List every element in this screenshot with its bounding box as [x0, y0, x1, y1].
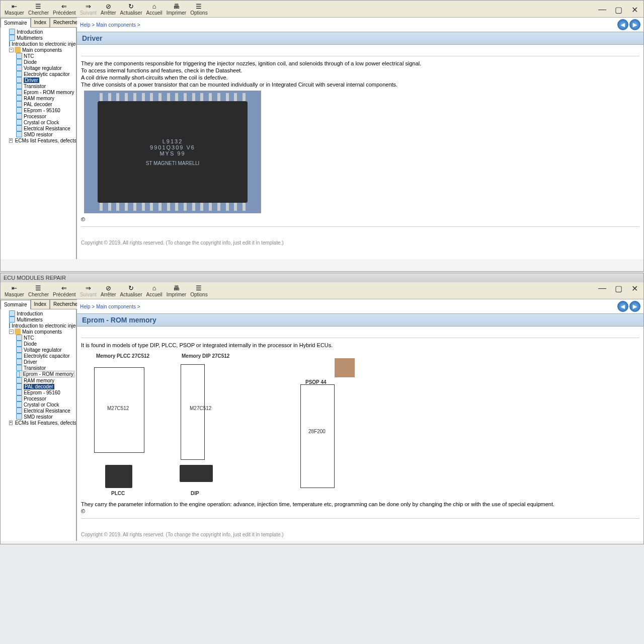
page-icon [16, 95, 22, 101]
prev-page-button[interactable]: ◄ [617, 19, 628, 30]
toolbar: ⇤Masquer ☰Chercher ⇐Précédent ⇒Suivant ⊘… [1, 282, 643, 299]
page-icon [16, 77, 22, 83]
body-text: They are the components responsible for … [81, 60, 639, 66]
tree-driver[interactable]: Driver [1, 77, 75, 83]
next-page-button[interactable]: ► [629, 19, 640, 30]
expand-icon[interactable]: + [9, 138, 13, 143]
hide-button[interactable]: ⇤Masquer [3, 283, 26, 298]
tree-resistance[interactable]: Electrical Resistance [1, 408, 75, 414]
tab-index[interactable]: Index [31, 18, 50, 27]
tree-voltage-regulator[interactable]: Voltage regulator [1, 65, 75, 71]
page-icon [16, 359, 22, 365]
hide-button[interactable]: ⇤Masquer [3, 2, 26, 16]
tree-ecm-list[interactable]: +ECMs list Features, defects, and m [1, 420, 75, 426]
tree-crystal[interactable]: Crystal or Clock [1, 401, 75, 408]
tree-intro-injection[interactable]: Introduction to electronic injection [1, 323, 75, 329]
refresh-button[interactable]: ↻Actualiser [118, 283, 144, 298]
tree-main-components[interactable]: −Main components [1, 47, 75, 53]
tree-main-components[interactable]: −Main components [1, 329, 75, 335]
refresh-button[interactable]: ↻Actualiser [118, 2, 144, 16]
tree-multimeters[interactable]: Multimeters [1, 316, 75, 323]
tree-driver[interactable]: Driver [1, 359, 75, 365]
home-button[interactable]: ⌂Accueil [144, 283, 164, 298]
tree-capacitor[interactable]: Electrolytic capacitor [1, 353, 75, 359]
home-button[interactable]: ⌂Accueil [144, 2, 164, 16]
stop-button[interactable]: ⊘Arrêter [99, 283, 118, 298]
tree-ntc[interactable]: NTC [1, 53, 75, 59]
tree-diode[interactable]: Diode [1, 341, 75, 347]
tree-processor[interactable]: Processor [1, 395, 75, 401]
stop-button[interactable]: ⊘Arrêter [99, 2, 118, 16]
forward-icon: ⇒ [84, 284, 92, 292]
back-icon: ⇐ [60, 2, 68, 10]
copyright-footer: Copyright © 2019. All rights reserved. (… [77, 238, 643, 248]
tree-ecm-list[interactable]: +ECMs list Features, defects, and m [1, 137, 75, 143]
options-button[interactable]: ☰Options [188, 2, 209, 16]
tree-intro-injection[interactable]: Introduction to electronic injection [1, 41, 75, 47]
close-button[interactable]: ✕ [629, 283, 639, 293]
print-button[interactable]: 🖶Imprimer [165, 2, 188, 16]
content-pane: Help > Main components > ◄ ► Eprom - ROM… [77, 299, 643, 541]
tree-multimeters[interactable]: Multimeters [1, 35, 75, 41]
collapse-icon[interactable]: − [9, 48, 14, 52]
crumb-help[interactable]: Help [80, 304, 91, 309]
close-button[interactable]: ✕ [629, 5, 639, 15]
page-icon [16, 335, 22, 341]
minimize-button[interactable]: — [597, 5, 607, 15]
tree-voltage-regulator[interactable]: Voltage regulator [1, 347, 75, 353]
copyright-footer: Copyright © 2019. All rights reserved. (… [77, 530, 643, 539]
options-icon: ☰ [195, 284, 203, 292]
tab-index[interactable]: Index [31, 299, 50, 309]
page-icon [16, 389, 22, 395]
minimize-button[interactable]: — [597, 283, 607, 293]
tree-smd[interactable]: SMD resistor [1, 131, 75, 137]
prev-page-button[interactable]: ◄ [617, 301, 628, 312]
driver-chip-image: L9132 9901Q309 V6 MYS 99 ST MAGNETI MARE… [84, 91, 261, 213]
refresh-icon: ↻ [127, 2, 135, 10]
crumb-help[interactable]: Help [80, 22, 91, 28]
tree-eprom[interactable]: Eprom - ROM memory [1, 89, 75, 95]
book-icon [15, 47, 21, 53]
maximize-button[interactable]: ▢ [613, 283, 623, 293]
back-button[interactable]: ⇐Précédent [51, 283, 78, 298]
tree-transistor[interactable]: Transistor [1, 365, 75, 371]
back-button[interactable]: ⇐Précédent [51, 2, 78, 16]
maximize-button[interactable]: ▢ [613, 5, 623, 15]
collapse-icon[interactable]: − [9, 330, 14, 334]
toc-tree[interactable]: Introduction Multimeters Introduction to… [1, 309, 76, 541]
expand-icon[interactable]: + [9, 421, 13, 425]
tab-sommaire[interactable]: Sommaire [1, 18, 31, 28]
tree-ntc[interactable]: NTC [1, 335, 75, 341]
tree-ram[interactable]: RAM memory [1, 377, 75, 383]
search-button[interactable]: ☰Chercher [26, 2, 51, 16]
tree-eprom[interactable]: Eprom - ROM memory [1, 371, 75, 377]
forward-button: ⇒Suivant [78, 283, 99, 298]
tree-pal[interactable]: PAL decoder [1, 101, 75, 107]
tab-sommaire[interactable]: Sommaire [1, 300, 31, 309]
tree-ram[interactable]: RAM memory [1, 95, 75, 101]
crumb-main[interactable]: Main components [96, 304, 136, 309]
tree-crystal[interactable]: Crystal or Clock [1, 119, 75, 125]
refresh-icon: ↻ [127, 284, 135, 292]
tree-eeprom[interactable]: EEprom - 95160 [1, 107, 75, 113]
tree-diode[interactable]: Diode [1, 59, 75, 65]
search-button[interactable]: ☰Chercher [26, 283, 51, 298]
page-icon [16, 89, 22, 95]
next-page-button[interactable]: ► [629, 301, 640, 312]
crumb-main[interactable]: Main components [96, 22, 136, 28]
tree-introduction[interactable]: Introduction [1, 310, 75, 316]
toc-tree[interactable]: Introduction Multimeters Introduction to… [1, 28, 76, 259]
print-button[interactable]: 🖶Imprimer [165, 283, 188, 298]
tree-introduction[interactable]: Introduction [1, 29, 75, 35]
tree-eeprom[interactable]: EEprom - 95160 [1, 389, 75, 395]
page-icon [16, 125, 22, 131]
tree-resistance[interactable]: Electrical Resistance [1, 125, 75, 131]
page-icon [16, 53, 22, 59]
tree-pal[interactable]: PAL decoder [1, 383, 75, 389]
tree-smd[interactable]: SMD resistor [1, 414, 75, 420]
options-button[interactable]: ☰Options [188, 283, 209, 298]
tree-transistor[interactable]: Transistor [1, 83, 75, 89]
hide-icon: ⇤ [10, 2, 18, 10]
tree-processor[interactable]: Processor [1, 113, 75, 119]
tree-capacitor[interactable]: Electrolytic capacitor [1, 71, 75, 77]
